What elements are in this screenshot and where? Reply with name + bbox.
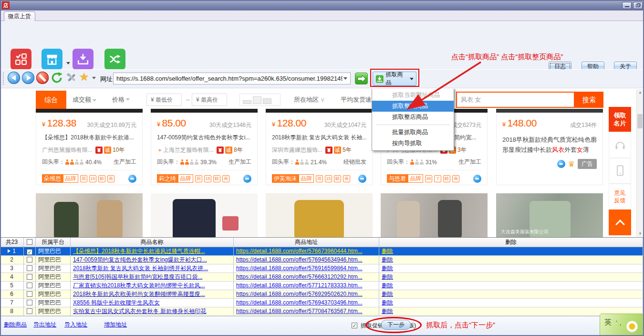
product-image[interactable]	[36, 193, 143, 237]
get-business-card-badge[interactable]: 领取名片	[609, 107, 631, 132]
maximize-button[interactable]	[633, 2, 643, 9]
brand-tag[interactable]: 伊芙泡沫品牌	[272, 174, 314, 183]
price-max-input[interactable]	[192, 94, 227, 106]
product-name-link[interactable]: 与恩君[5105]韩国早秋新款简约宽松显瘦百搭口袋...	[73, 273, 202, 280]
filter-sort-price[interactable]: 价格	[112, 91, 130, 109]
row-checkbox[interactable]	[27, 265, 32, 271]
product-image[interactable]	[266, 193, 373, 237]
ime-toolbar[interactable]: 英 ’，	[600, 314, 644, 336]
product-url-link[interactable]: https://detail.1688.com/offer/5771217833…	[236, 282, 363, 289]
url-history-caret[interactable]	[343, 77, 347, 80]
table-row[interactable]: 7 阿里巴巴 X8556 韩版中长款收腰学生风衣女 https://detail…	[0, 299, 644, 307]
menu-item-grab-whole-page[interactable]: 抓取整页商品	[372, 101, 454, 112]
row-checkbox[interactable]	[27, 300, 32, 305]
header-product-name[interactable]: 商品名称	[71, 238, 234, 247]
product-card-ad[interactable]: ¥ 148.00成交134件 2018早秋新款经典气质宽松纯色廓 形显瘦过膝中长…	[496, 113, 603, 185]
delete-products-link[interactable]: 删除商品	[4, 321, 27, 329]
product-url-link[interactable]: https://detail.1688.com/offer/5766631202…	[236, 273, 363, 280]
filter-sort-comprehensive[interactable]: 综合	[36, 91, 66, 109]
browser-scrollbar[interactable]: ▲ ▼	[636, 89, 643, 237]
table-row[interactable]: 6 阿里巴巴 2018秋冬新款风衣欧美时尚女装翻领绑带高腰显瘦... https…	[0, 290, 644, 299]
company-row[interactable]: 深圳市露娜思服饰... 诚 5年	[272, 146, 366, 154]
wangwang-icon[interactable]	[243, 175, 251, 183]
product-title[interactable]: 147-0059简约复古纯色外套秋季女i...	[157, 134, 251, 142]
promo-price-checkbox[interactable]: ✓	[352, 321, 357, 328]
ime-language-indicator[interactable]: 英	[604, 318, 612, 327]
back-button[interactable]	[8, 72, 20, 84]
product-card[interactable]: ¥ 85.0030天成交1346元 147-0059简约复古纯色外套秋季女i..…	[151, 113, 258, 185]
menu-item-wizard-grab[interactable]: 按向导抓取	[372, 138, 454, 149]
product-title[interactable]: 【朵维思】2018秋冬新款中长款港...	[42, 134, 136, 142]
scrollbar-thumb[interactable]	[637, 114, 643, 128]
forward-button[interactable]	[22, 72, 34, 84]
table-row[interactable]: 5 阿里巴巴 厂家直销实拍2018秋季大码女装时尚绑带中长款风... https…	[0, 282, 644, 290]
expand-icon[interactable]: ＋	[157, 146, 163, 154]
price-min-input[interactable]	[146, 94, 182, 106]
header-delete[interactable]: 删除	[379, 238, 643, 247]
product-name-link[interactable]: 2018秋季新款 复古风大码女装 长袖刺绣开衫风衣拼...	[73, 265, 208, 272]
wangwang-icon[interactable]	[358, 175, 366, 183]
product-url-link[interactable]: https://detail.1688.com/offer/5769437034…	[236, 299, 363, 306]
delete-link[interactable]: 删除	[382, 248, 393, 254]
product-url-link[interactable]: https://detail.1688.com/offer/5769295026…	[236, 291, 363, 297]
table-row[interactable]: 4 阿里巴巴 与恩君[5105]韩国早秋新款简约宽松显瘦百搭口袋... http…	[0, 273, 644, 282]
scroll-down-arrow[interactable]: ▼	[638, 231, 642, 236]
product-image[interactable]	[151, 193, 258, 237]
delete-link[interactable]: 删除	[382, 256, 393, 263]
favorites-caret[interactable]	[92, 77, 96, 79]
company-row[interactable]: ＋ 上海兰芝服饰有限... 诚 8年	[157, 146, 251, 154]
product-name-link[interactable]: 厂家直销实拍2018秋季大码女装时尚绑带中长款风...	[73, 282, 205, 289]
stop-button[interactable]	[36, 72, 49, 84]
customer-service-button[interactable]	[609, 132, 631, 158]
back-to-top-button[interactable]	[609, 210, 631, 235]
row-checkbox[interactable]	[27, 274, 32, 280]
row-checkbox[interactable]	[27, 308, 32, 314]
product-image[interactable]: 大连森美服装有限公司	[496, 193, 603, 237]
product-name-link[interactable]: 实拍复古中国风女式风衣外套秋冬 新款修身长袖印花	[73, 308, 206, 315]
filter-sort-volume[interactable]: 成交额	[73, 91, 96, 109]
tab-weidian-upload[interactable]: 微店上货	[4, 11, 35, 21]
product-url-link[interactable]: https://detail.1688.com/offer/5770847635…	[236, 308, 363, 315]
delete-link[interactable]: 删除	[382, 308, 393, 315]
row-checkbox[interactable]	[27, 291, 32, 297]
header-platform[interactable]: 所属平台	[36, 238, 71, 247]
product-name-link[interactable]: 147-0059简约复古纯色外套秋季女ing爆款开衫大口...	[73, 256, 207, 263]
mobile-button[interactable]	[609, 158, 631, 184]
search-input[interactable]	[456, 92, 575, 108]
brand-tag[interactable]: 朵维思品牌	[42, 174, 78, 183]
url-input[interactable]	[113, 73, 351, 84]
product-name-link[interactable]: X8556 韩版中长款收腰学生风衣女	[73, 299, 160, 306]
select-all-checkbox[interactable]	[27, 239, 32, 245]
table-row[interactable]: 3 阿里巴巴 2018秋季新款 复古风大码女装 长袖刺绣开衫风衣拼... htt…	[0, 264, 644, 273]
go-button[interactable]	[355, 73, 368, 84]
company-row[interactable]: 广州恩黛服饰有限... 诚 10年	[42, 146, 136, 154]
delete-link[interactable]: 删除	[382, 299, 393, 306]
tools-button[interactable]	[66, 72, 77, 85]
wangwang-icon[interactable]	[128, 175, 136, 183]
view-option-list[interactable]	[263, 98, 271, 104]
product-url-link[interactable]: https://detail.1688.com/offer/5766739604…	[236, 248, 363, 254]
minimize-button[interactable]	[622, 2, 632, 9]
scroll-up-arrow[interactable]: ▲	[638, 90, 642, 94]
view-option-small[interactable]	[243, 100, 251, 104]
import-address-link[interactable]: 导入地址	[64, 321, 87, 329]
table-row[interactable]: 8 阿里巴巴 实拍复古中国风女式风衣外套秋冬 新款修身长袖印花 https://…	[0, 307, 644, 316]
delete-link[interactable]: 删除	[382, 265, 393, 272]
product-image[interactable]	[381, 193, 488, 237]
search-button[interactable]: 搜索	[575, 92, 603, 108]
feedback-button[interactable]: 意见反馈	[609, 184, 631, 210]
delete-link[interactable]: 删除	[382, 282, 393, 289]
product-card[interactable]: ¥ 128.3830天成交10.89万元 【朵维思】2018秋冬新款中长款港..…	[36, 113, 143, 185]
brand-tag[interactable]: 与恩君品牌	[387, 174, 423, 183]
product-url-link[interactable]: https://detail.1688.com/offer/5769165998…	[236, 265, 363, 272]
product-card[interactable]: ¥ 128.0030天成交1047元 2018秋季新款 复古风大码女装 长袖..…	[266, 113, 373, 185]
view-toggle[interactable]	[239, 94, 280, 106]
wangwang-icon[interactable]	[557, 160, 565, 168]
refresh-button[interactable]	[51, 72, 63, 85]
header-product-url[interactable]: 商品地址	[234, 238, 379, 247]
menu-item-batch-grab[interactable]: 批量抓取商品	[372, 127, 454, 138]
table-row[interactable]: 1 ✓ 阿里巴巴 【朵维思】2018秋冬新款中长款港风过膝气质连帽... htt…	[0, 247, 644, 256]
wangwang-icon[interactable]	[473, 175, 481, 183]
product-title[interactable]: 2018秋季新款 复古风大码女装 长袖...	[272, 134, 366, 142]
product-name-link[interactable]: 【朵维思】2018秋冬新款中长款港风过膝气质连帽...	[73, 248, 205, 254]
